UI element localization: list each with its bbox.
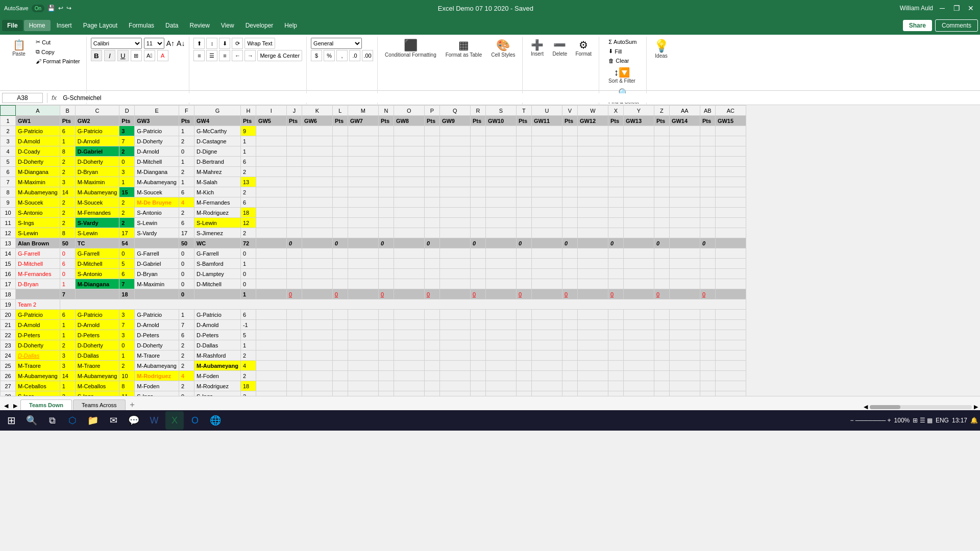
cell-AC18[interactable] bbox=[715, 289, 746, 299]
wrap-text-button[interactable]: Wrap Text bbox=[244, 38, 275, 49]
cell-H26[interactable]: 2 bbox=[240, 371, 256, 381]
cell-O2[interactable] bbox=[394, 126, 424, 136]
cell-E3[interactable]: D-Doherty bbox=[135, 136, 179, 146]
cell-V1[interactable]: Pts bbox=[562, 116, 577, 126]
cell-V2[interactable] bbox=[562, 126, 577, 136]
col-header-Y[interactable]: Y bbox=[623, 106, 654, 116]
cell-F12[interactable]: 17 bbox=[179, 228, 194, 238]
cell-G20[interactable]: G-Patricio bbox=[194, 310, 240, 320]
cell-G28[interactable]: S-Ings bbox=[194, 391, 240, 396]
col-header-AB[interactable]: AB bbox=[700, 106, 715, 116]
cell-B23[interactable]: 2 bbox=[60, 340, 75, 350]
cell-C17[interactable]: M-Diangana bbox=[75, 279, 119, 289]
currency-icon[interactable]: $ bbox=[311, 50, 322, 61]
cell-K2[interactable] bbox=[302, 126, 332, 136]
row-header-16[interactable]: 16 bbox=[1, 269, 16, 279]
cell-G22[interactable]: D-Peters bbox=[194, 330, 240, 340]
cell-H1[interactable]: Pts bbox=[240, 116, 256, 126]
cell-A15[interactable]: D-Mitchell bbox=[16, 259, 60, 269]
cell-G4[interactable]: D-Digne bbox=[194, 146, 240, 157]
cell-C21[interactable]: D-Arnold bbox=[75, 320, 119, 330]
cell-E10[interactable]: S-Antonio bbox=[135, 208, 179, 218]
row-header-20[interactable]: 20 bbox=[1, 310, 16, 320]
comma-icon[interactable]: , bbox=[336, 50, 348, 61]
cell-P2[interactable] bbox=[424, 126, 439, 136]
cell-C20[interactable]: G-Patricio bbox=[75, 310, 119, 320]
fill-button[interactable]: ⬇ Fill bbox=[606, 47, 624, 56]
cell-A20[interactable]: G-Patricio bbox=[16, 310, 60, 320]
cell-K18[interactable] bbox=[302, 289, 332, 299]
cell-AB18[interactable]: 0 bbox=[700, 289, 715, 299]
row-header-19[interactable]: 19 bbox=[1, 299, 16, 310]
align-center-icon[interactable]: ☰ bbox=[206, 50, 217, 61]
cell-R1[interactable]: Pts bbox=[470, 116, 485, 126]
align-left-icon[interactable]: ≡ bbox=[193, 50, 205, 61]
row-header-2[interactable]: 2 bbox=[1, 126, 16, 136]
decrease-font-icon[interactable]: A↓ bbox=[177, 39, 185, 47]
row-header-28[interactable]: 28 bbox=[1, 391, 16, 396]
col-header-G[interactable]: G bbox=[194, 106, 240, 116]
cell-D21[interactable]: 7 bbox=[119, 320, 135, 330]
cell-L1[interactable]: Pts bbox=[332, 116, 348, 126]
cell-C26[interactable]: M-Aubameyang bbox=[75, 371, 119, 381]
cell-AA2[interactable] bbox=[669, 126, 700, 136]
cell-B25[interactable]: 3 bbox=[60, 361, 75, 371]
cell-F18[interactable]: 0 bbox=[179, 289, 194, 299]
cell-D8[interactable]: 15 bbox=[119, 187, 135, 197]
cell-D6[interactable]: 3 bbox=[119, 167, 135, 177]
cell-X1[interactable]: Pts bbox=[608, 116, 623, 126]
cell-F26[interactable]: 4 bbox=[179, 371, 194, 381]
cell-B4[interactable]: 8 bbox=[60, 146, 75, 157]
cell-E22[interactable]: D-Peters bbox=[135, 330, 179, 340]
outlook-icon[interactable]: O bbox=[186, 411, 204, 430]
cell-E12[interactable]: S-Vardy bbox=[135, 228, 179, 238]
navigate-left-icon[interactable]: ◀ bbox=[2, 402, 10, 410]
row-header-5[interactable]: 5 bbox=[1, 157, 16, 167]
cell-AB2[interactable] bbox=[700, 126, 715, 136]
cell-H4[interactable]: 1 bbox=[240, 146, 256, 157]
cell-S13[interactable] bbox=[485, 238, 516, 248]
border-button[interactable]: ⊞ bbox=[131, 50, 142, 61]
cell-A8[interactable]: M-Aubameyang bbox=[16, 187, 60, 197]
number-format-select[interactable]: General bbox=[311, 38, 362, 49]
cell-X13[interactable]: 0 bbox=[608, 238, 623, 248]
cell-E16[interactable]: D-Bryan bbox=[135, 269, 179, 279]
cell-A24[interactable]: D-Dallas bbox=[16, 350, 60, 361]
cell-C10[interactable]: M-Fernandes bbox=[75, 208, 119, 218]
spreadsheet[interactable]: A B C D E F G H I J K L M N O P Q bbox=[0, 105, 980, 396]
bold-button[interactable]: B bbox=[91, 50, 102, 61]
cell-G17[interactable]: D-Mitchell bbox=[194, 279, 240, 289]
cell-H11[interactable]: 12 bbox=[240, 218, 256, 228]
cell-A28[interactable]: S-Ings bbox=[16, 391, 60, 396]
cell-O18[interactable] bbox=[394, 289, 424, 299]
cell-styles-button[interactable]: 🎨 Cell Styles bbox=[488, 38, 518, 60]
cell-C27[interactable]: M-Ceballos bbox=[75, 381, 119, 391]
cell-E8[interactable]: M-Soucek bbox=[135, 187, 179, 197]
cell-G1[interactable]: GW4 bbox=[194, 116, 240, 126]
cell-Q18[interactable] bbox=[439, 289, 470, 299]
col-header-F[interactable]: F bbox=[179, 106, 194, 116]
row-header-17[interactable]: 17 bbox=[1, 279, 16, 289]
cell-Z18[interactable]: 0 bbox=[654, 289, 669, 299]
cell-B26[interactable]: 14 bbox=[60, 371, 75, 381]
share-button[interactable]: Share bbox=[903, 20, 932, 31]
cell-Z13[interactable]: 0 bbox=[654, 238, 669, 248]
minimize-button[interactable]: ─ bbox=[937, 3, 947, 13]
cell-F27[interactable]: 2 bbox=[179, 381, 194, 391]
cell-A18[interactable] bbox=[16, 289, 60, 299]
cell-C11[interactable]: S-Vardy bbox=[75, 218, 119, 228]
row-header-3[interactable]: 3 bbox=[1, 136, 16, 146]
cell-D13[interactable]: 54 bbox=[119, 238, 135, 248]
restore-button[interactable]: ❐ bbox=[951, 3, 962, 13]
cell-F15[interactable]: 0 bbox=[179, 259, 194, 269]
mail-icon[interactable]: ✉ bbox=[104, 411, 122, 430]
cell-G8[interactable]: M-Kich bbox=[194, 187, 240, 197]
cell-Y1[interactable]: GW13 bbox=[623, 116, 654, 126]
cell-E7[interactable]: M-Aubameyang bbox=[135, 177, 179, 187]
row-header-6[interactable]: 6 bbox=[1, 167, 16, 177]
col-header-X[interactable]: X bbox=[608, 106, 623, 116]
cell-E28[interactable]: S-Ings bbox=[135, 391, 179, 396]
cell-F28[interactable]: 9 bbox=[179, 391, 194, 396]
undo-icon[interactable]: ↩ bbox=[58, 5, 63, 12]
menu-view[interactable]: View bbox=[216, 20, 239, 31]
